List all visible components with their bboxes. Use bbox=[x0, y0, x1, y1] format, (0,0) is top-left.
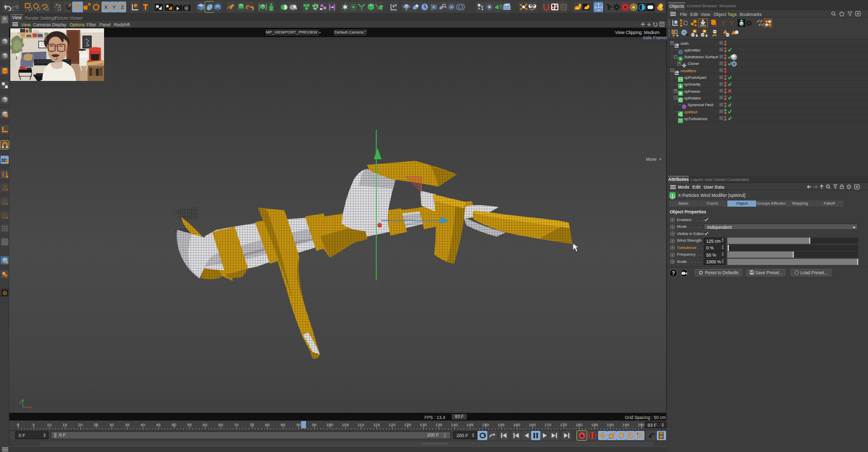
svg-text:35: 35 bbox=[125, 423, 129, 427]
svg-text:145: 145 bbox=[467, 423, 474, 427]
svg-text:55: 55 bbox=[187, 423, 192, 427]
svg-text:40: 40 bbox=[141, 423, 145, 427]
svg-text:155: 155 bbox=[498, 423, 505, 427]
svg-text:65: 65 bbox=[218, 423, 223, 427]
svg-text:160: 160 bbox=[513, 423, 520, 427]
svg-text:90: 90 bbox=[296, 423, 301, 427]
svg-text:85: 85 bbox=[281, 423, 285, 427]
svg-text:110: 110 bbox=[358, 423, 364, 427]
svg-text:165: 165 bbox=[529, 423, 536, 427]
svg-text:180: 180 bbox=[575, 423, 583, 427]
svg-text:P: P bbox=[629, 433, 632, 438]
svg-text:20: 20 bbox=[78, 423, 83, 427]
svg-text:?: ? bbox=[672, 271, 675, 276]
svg-text:80: 80 bbox=[265, 423, 270, 427]
svg-text:5: 5 bbox=[32, 423, 35, 427]
svg-text:X: X bbox=[104, 5, 107, 10]
svg-text:45: 45 bbox=[156, 423, 161, 427]
svg-text:135: 135 bbox=[435, 423, 442, 427]
svg-text:105: 105 bbox=[342, 423, 349, 427]
svg-text:15: 15 bbox=[62, 423, 67, 427]
svg-text:140: 140 bbox=[451, 423, 458, 427]
svg-text:30: 30 bbox=[109, 423, 114, 427]
svg-text:70: 70 bbox=[234, 423, 239, 427]
svg-text:95: 95 bbox=[312, 423, 316, 427]
svg-text:120: 120 bbox=[388, 423, 396, 427]
svg-text:130: 130 bbox=[420, 423, 427, 427]
svg-text:190: 190 bbox=[607, 423, 614, 427]
svg-text:170: 170 bbox=[544, 423, 552, 427]
svg-text:195: 195 bbox=[622, 423, 629, 427]
svg-text:Z: Z bbox=[121, 5, 124, 10]
svg-text:185: 185 bbox=[591, 423, 599, 427]
svg-text:Y: Y bbox=[112, 5, 115, 10]
svg-text:60: 60 bbox=[203, 423, 208, 427]
svg-text:115: 115 bbox=[373, 423, 380, 427]
svg-text:10: 10 bbox=[47, 423, 52, 427]
